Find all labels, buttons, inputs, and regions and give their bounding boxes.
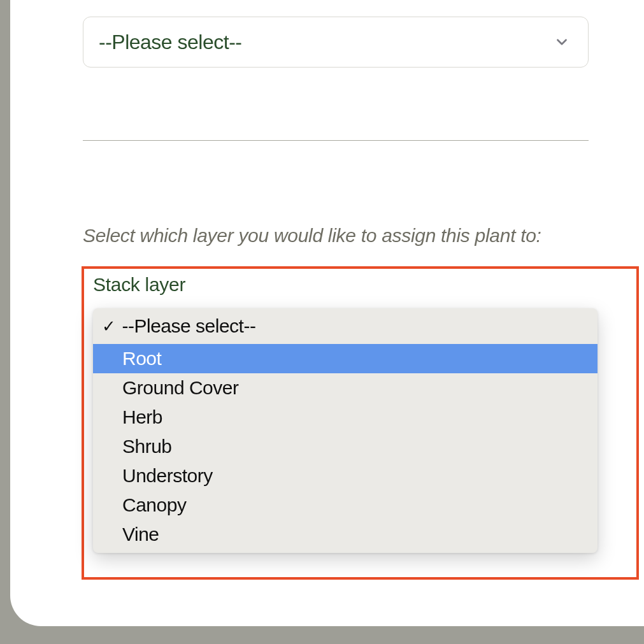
dropdown-option-vine[interactable]: Vine	[93, 520, 597, 549]
dropdown-option-label: --Please select--	[122, 315, 256, 337]
dropdown-option-label: Canopy	[122, 494, 186, 516]
dropdown-option-understory[interactable]: Understory	[93, 461, 597, 490]
dropdown-option-label: Vine	[122, 524, 159, 545]
stack-layer-dropdown-panel[interactable]: ✓ --Please select-- Root Ground Cover He…	[93, 308, 597, 553]
dropdown-option-label: Understory	[122, 465, 213, 487]
top-select-dropdown[interactable]: --Please select--	[83, 17, 589, 68]
dropdown-option-label: Herb	[122, 406, 162, 428]
dropdown-option-label: Ground Cover	[122, 377, 238, 399]
form-card: --Please select-- Select which layer you…	[10, 0, 644, 626]
stack-layer-label: Stack layer	[93, 274, 185, 296]
section-divider	[83, 140, 589, 141]
dropdown-option-canopy[interactable]: Canopy	[93, 490, 597, 520]
dropdown-option-shrub[interactable]: Shrub	[93, 432, 597, 461]
check-icon: ✓	[102, 317, 116, 336]
highlight-outline: Stack layer ✓ --Please select-- Root Gro…	[82, 266, 639, 580]
dropdown-option-ground-cover[interactable]: Ground Cover	[93, 373, 597, 403]
dropdown-option-root[interactable]: Root	[93, 344, 597, 373]
chevron-down-icon	[554, 34, 570, 50]
dropdown-option-herb[interactable]: Herb	[93, 403, 597, 432]
instruction-text: Select which layer you would like to ass…	[83, 225, 606, 247]
top-select-value: --Please select--	[99, 31, 241, 54]
dropdown-option-label: Shrub	[122, 436, 172, 457]
dropdown-option-placeholder[interactable]: ✓ --Please select--	[93, 308, 597, 344]
form-content: --Please select-- Select which layer you…	[10, 17, 644, 643]
dropdown-option-label: Root	[122, 348, 161, 369]
